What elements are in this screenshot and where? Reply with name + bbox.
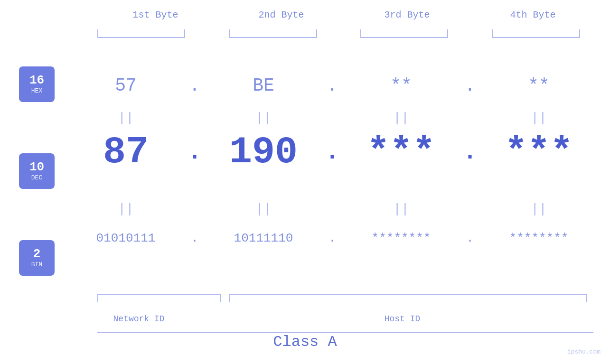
bin-b3-value: ******** — [372, 231, 431, 245]
network-id-bracket — [97, 294, 221, 302]
eq2-b1: || — [69, 202, 183, 216]
equals-row-2: || || || || — [69, 199, 596, 218]
hex-b3-value: ** — [390, 75, 412, 96]
hex-dot3: . — [458, 75, 482, 96]
hex-dot1: . — [183, 75, 206, 96]
host-id-bracket — [229, 294, 587, 302]
dec-badge: 10 DEC — [19, 153, 55, 189]
eq1-b4: || — [482, 111, 596, 125]
hex-b4-cell: ** — [482, 75, 596, 96]
hex-dot3-sym: . — [465, 75, 476, 96]
eq2-b4-sym: || — [531, 202, 547, 216]
class-label-container: Class A — [0, 333, 610, 351]
dec-b4-cell: *** — [482, 131, 596, 174]
hex-number: 16 — [29, 74, 44, 86]
bin-number: 2 — [33, 248, 41, 260]
dec-row: 87 . 190 . *** . *** — [69, 126, 596, 178]
hex-label: HEX — [31, 87, 42, 94]
eq1-b1-sym: || — [118, 111, 134, 125]
eq1-b3: || — [344, 111, 458, 125]
eq2-b1-sym: || — [118, 202, 134, 216]
network-id-label-cell: Network ID — [69, 314, 209, 324]
eq2-b3-sym: || — [393, 202, 409, 216]
dec-dot2-sym: . — [325, 139, 339, 166]
hex-b2-cell: BE — [206, 75, 320, 96]
dec-b3-cell: *** — [344, 131, 458, 174]
bin-b4-value: ******** — [509, 231, 569, 245]
bin-b1-cell: 01010111 — [69, 231, 183, 245]
top-bracket-3 — [360, 29, 448, 38]
bin-label: BIN — [31, 261, 42, 268]
hex-dot1-sym: . — [189, 75, 200, 96]
dec-b2-cell: 190 — [206, 131, 320, 174]
bin-dot3-sym: . — [466, 231, 474, 245]
dec-b2-value: 190 — [229, 131, 298, 174]
byte1-header: 1st Byte — [93, 9, 218, 20]
eq1-b1: || — [69, 111, 183, 125]
hex-b1-cell: 57 — [69, 75, 183, 96]
bin-dot2-sym: . — [328, 231, 336, 245]
hex-b4-value: ** — [528, 75, 550, 96]
equals-row-1: || || || || — [69, 108, 596, 127]
eq2-b3: || — [344, 202, 458, 216]
dec-label: DEC — [31, 174, 42, 181]
top-bracket-2 — [229, 29, 317, 38]
top-bracket-1 — [97, 29, 185, 38]
network-id-label: Network ID — [113, 314, 164, 324]
dec-dot2: . — [320, 139, 344, 166]
dec-b1-value: 87 — [103, 131, 149, 174]
byte-headers: 1st Byte 2nd Byte 3rd Byte 4th Byte — [93, 9, 596, 20]
base-labels: 16 HEX 10 DEC 2 BIN — [19, 66, 55, 276]
dec-b4-value: *** — [505, 131, 573, 174]
bin-dot3: . — [458, 231, 482, 245]
bin-dot1-sym: . — [191, 231, 198, 245]
hex-badge: 16 HEX — [19, 66, 55, 102]
main-container: 1st Byte 2nd Byte 3rd Byte 4th Byte 16 H… — [0, 0, 610, 364]
eq2-b2: || — [206, 202, 320, 216]
bin-b2-cell: 10111110 — [206, 231, 320, 245]
hex-dot2: . — [320, 75, 344, 96]
bin-row: 01010111 . 10111110 . ******** . *******… — [69, 219, 596, 257]
hex-b2-value: BE — [253, 75, 274, 96]
bin-b4-cell: ******** — [482, 231, 596, 245]
hex-row: 57 . BE . ** . ** — [69, 64, 596, 107]
eq2-b2-sym: || — [255, 202, 272, 216]
dec-b3-value: *** — [367, 131, 435, 174]
bin-dot2: . — [320, 231, 344, 245]
top-bracket-4 — [492, 29, 580, 38]
byte2-header: 2nd Byte — [218, 9, 344, 20]
dec-dot3-sym: . — [463, 139, 477, 166]
bin-b3-cell: ******** — [344, 231, 458, 245]
eq1-b3-sym: || — [393, 111, 409, 125]
bin-badge: 2 BIN — [19, 240, 55, 276]
bottom-labels: Network ID Host ID — [69, 314, 596, 324]
class-label: Class A — [273, 333, 337, 351]
dec-dot1: . — [183, 139, 206, 166]
eq1-b2-sym: || — [255, 111, 272, 125]
byte3-header: 3rd Byte — [344, 9, 470, 20]
bin-b1-value: 01010111 — [96, 231, 156, 245]
eq1-b2: || — [206, 111, 320, 125]
bin-dot1: . — [183, 231, 206, 245]
hex-b3-cell: ** — [344, 75, 458, 96]
hex-b1-value: 57 — [115, 75, 137, 96]
eq2-b4: || — [482, 202, 596, 216]
dec-dot1-sym: . — [188, 139, 202, 166]
watermark: ipshu.com — [567, 348, 601, 355]
dec-dot3: . — [458, 139, 482, 166]
byte4-header: 4th Byte — [470, 9, 596, 20]
host-id-label-cell: Host ID — [209, 314, 596, 324]
host-id-label: Host ID — [385, 314, 421, 324]
dec-b1-cell: 87 — [69, 131, 183, 174]
hex-dot2-sym: . — [327, 75, 338, 96]
dec-number: 10 — [29, 161, 44, 173]
eq1-b4-sym: || — [531, 111, 547, 125]
bin-b2-value: 10111110 — [234, 231, 293, 245]
